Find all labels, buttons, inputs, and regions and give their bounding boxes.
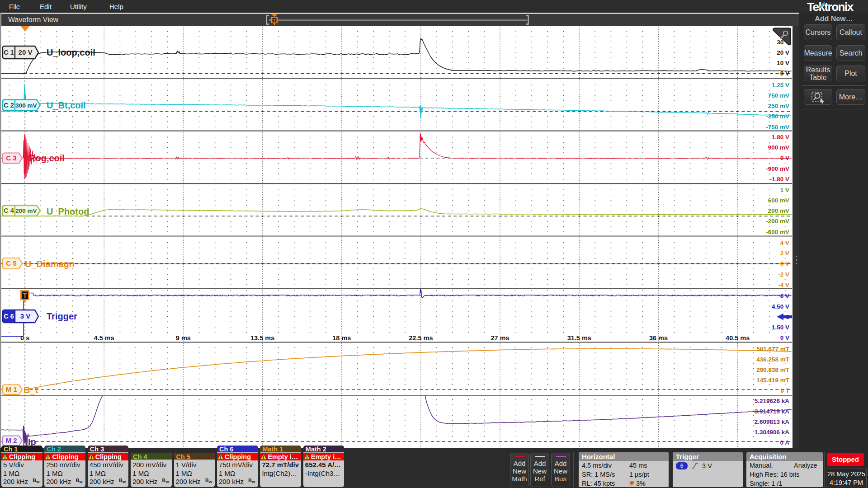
svg-text:0 V: 0 V: [780, 70, 789, 77]
svg-text:0 s: 0 s: [20, 334, 29, 342]
svg-text:0 T: 0 T: [780, 387, 789, 394]
svg-text:C 1: C 1: [4, 49, 14, 56]
svg-text:200 mV: 200 mV: [768, 207, 789, 214]
svg-text:9 ms: 9 ms: [176, 334, 191, 342]
svg-text:C 6: C 6: [4, 313, 14, 320]
svg-text:4 V: 4 V: [780, 239, 789, 246]
svg-text:C 4: C 4: [4, 207, 14, 214]
svg-text:1 V: 1 V: [780, 187, 789, 193]
svg-text:10 V: 10 V: [777, 60, 789, 66]
svg-text:-4 V: -4 V: [778, 282, 789, 288]
svg-text:2 V: 2 V: [780, 250, 789, 257]
svg-text:200 mV: 200 mV: [15, 207, 37, 214]
svg-text:300 mV: 300 mV: [15, 102, 37, 109]
svg-text:31.5 ms: 31.5 ms: [567, 334, 591, 342]
svg-text:3.914719 kA: 3.914719 kA: [755, 408, 790, 415]
svg-text:3: 3: [786, 314, 789, 320]
svg-text:-900 mV: -900 mV: [766, 165, 789, 172]
svg-text:-600 mV: -600 mV: [766, 229, 789, 235]
svg-text:-200 mV: -200 mV: [766, 218, 789, 225]
svg-text:3 V: 3 V: [20, 312, 31, 320]
svg-text:22.5 ms: 22.5 ms: [409, 334, 433, 342]
svg-text:C 3: C 3: [6, 154, 16, 162]
svg-text:Trigger: Trigger: [47, 311, 77, 321]
svg-text:C 2: C 2: [4, 102, 14, 109]
svg-text:18 ms: 18 ms: [332, 334, 351, 342]
svg-text:U_Diamagn: U_Diamagn: [25, 259, 75, 269]
svg-text:1.80 V: 1.80 V: [772, 134, 789, 141]
svg-text:1.50 V: 1.50 V: [772, 324, 789, 331]
svg-text:581.677 mT: 581.677 mT: [756, 346, 790, 352]
svg-text:M 2: M 2: [5, 436, 17, 444]
svg-text:27 ms: 27 ms: [491, 334, 509, 342]
svg-text:-250 mV: -250 mV: [766, 113, 789, 120]
svg-text:600 mV: 600 mV: [768, 197, 789, 204]
svg-text:145.419 mT: 145.419 mT: [756, 377, 790, 384]
svg-text:436.258 mT: 436.258 mT: [756, 356, 790, 363]
svg-text:-2 V: -2 V: [778, 271, 789, 278]
svg-text:2.609813 kA: 2.609813 kA: [755, 418, 790, 425]
svg-text:T: T: [631, 481, 633, 485]
svg-text:40.5 ms: 40.5 ms: [726, 334, 750, 342]
svg-text:M 1: M 1: [5, 385, 17, 393]
svg-text:T: T: [273, 18, 276, 23]
svg-text:T: T: [23, 292, 27, 299]
svg-text:20 V: 20 V: [19, 48, 33, 56]
svg-text:C 5: C 5: [6, 259, 16, 267]
svg-text:1.304906 kA: 1.304906 kA: [755, 429, 790, 436]
svg-text:0 V: 0 V: [780, 334, 789, 341]
svg-text:20 V: 20 V: [777, 49, 789, 56]
svg-text:B_t: B_t: [24, 385, 38, 395]
svg-text:0 V: 0 V: [780, 260, 789, 267]
svg-text:U_Bt,coil: U_Bt,coil: [47, 100, 86, 110]
svg-text:900 mV: 900 mV: [768, 144, 789, 151]
svg-text:0 A: 0 A: [780, 439, 789, 446]
svg-text:13.5 ms: 13.5 ms: [250, 334, 274, 342]
svg-text:4.5 ms: 4.5 ms: [94, 334, 114, 342]
svg-text:250 mV: 250 mV: [768, 103, 789, 109]
svg-text:U_loop,coil: U_loop,coil: [47, 47, 95, 57]
svg-text:6 V: 6 V: [780, 293, 789, 300]
svg-text:5.219626 kA: 5.219626 kA: [755, 398, 790, 404]
svg-text:290.838 mT: 290.838 mT: [756, 366, 790, 373]
svg-text:-750 mV: -750 mV: [766, 124, 789, 131]
svg-text:0 V: 0 V: [780, 155, 789, 161]
svg-text:-1.80 V: -1.80 V: [769, 176, 789, 183]
svg-text:750 mV: 750 mV: [768, 92, 789, 99]
svg-text:U_Photod: U_Photod: [47, 206, 89, 216]
svg-text:36 ms: 36 ms: [649, 334, 668, 342]
svg-text:Rog,coil: Rog,coil: [29, 153, 65, 163]
svg-text:1.25 V: 1.25 V: [772, 82, 789, 89]
svg-text:4.50 V: 4.50 V: [772, 303, 789, 310]
